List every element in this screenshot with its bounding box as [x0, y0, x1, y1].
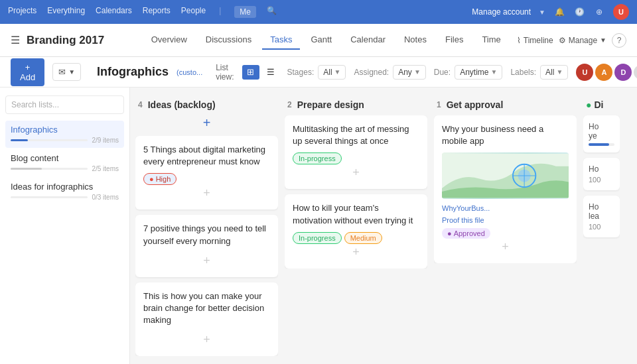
- tab-overview[interactable]: Overview: [143, 30, 195, 50]
- card-title-brain: This is how you can make your brain chan…: [143, 290, 270, 327]
- view-toggle: ⊞ ☰: [242, 65, 279, 80]
- email-button[interactable]: ✉ ▼: [52, 63, 81, 81]
- add-card-ideas-top[interactable]: +: [203, 115, 211, 130]
- list-view-button[interactable]: ☰: [262, 65, 279, 80]
- card-tag-inprogress-1: In-progress: [293, 152, 342, 164]
- customize-link[interactable]: (custo...: [177, 68, 202, 76]
- progress-fill-blog: [11, 168, 42, 170]
- sidebar-list-name-infographics: Infographics: [11, 125, 119, 135]
- user-badge-u[interactable]: U: [576, 64, 593, 81]
- tab-calendar[interactable]: Calendar: [342, 30, 393, 50]
- card-file-name[interactable]: WhyYourBus...: [442, 204, 569, 212]
- nav-projects[interactable]: Projects: [8, 6, 36, 18]
- user-badges: U A D +1: [576, 64, 637, 81]
- card-title-motivation: How to kill your team's motivation witho…: [293, 202, 419, 226]
- partial-status-dot: ●: [586, 99, 591, 110]
- card-title-mobile: Why your business need a mobile app: [442, 123, 569, 147]
- timeline-button[interactable]: ⌇ Timeline: [517, 36, 553, 45]
- progress-bg-ideas: [11, 196, 88, 198]
- sidebar-list-name-ideas: Ideas for infographics: [11, 182, 119, 192]
- add-card-below-2[interactable]: +: [143, 253, 270, 269]
- card-tag-high: ● High: [143, 173, 177, 185]
- assigned-filter[interactable]: Any ▼: [393, 65, 426, 80]
- user-avatar[interactable]: U: [613, 4, 629, 20]
- nav-right: Manage account ▼ 🔔 🕐 ⊕ U: [472, 4, 629, 20]
- grid-view-button[interactable]: ⊞: [242, 65, 259, 80]
- stages-label: Stages:: [287, 68, 315, 77]
- bell-icon[interactable]: 🔔: [553, 6, 565, 18]
- filter-assigned: Assigned: Any ▼: [354, 65, 425, 80]
- nav-reports[interactable]: Reports: [143, 6, 171, 18]
- assigned-value: Any: [398, 68, 412, 77]
- column-count-prepare: 2: [287, 100, 292, 109]
- nav-everything[interactable]: Everything: [47, 6, 85, 18]
- labels-value: All: [545, 68, 554, 77]
- add-card-below-3[interactable]: +: [143, 332, 270, 348]
- card-file-link[interactable]: Proof this file: [442, 216, 569, 224]
- partial-card-1[interactable]: Hoye: [583, 115, 620, 152]
- search-lists-input[interactable]: Search lists...: [5, 95, 124, 114]
- column-title-approval: Get approval: [447, 99, 574, 110]
- add-card-approval-1[interactable]: +: [442, 239, 569, 255]
- tab-files[interactable]: Files: [437, 30, 471, 50]
- tab-notes[interactable]: Notes: [396, 30, 435, 50]
- partial-card-3[interactable]: Holea 100: [583, 196, 620, 237]
- card-mobile-app[interactable]: Why your business need a mobile app: [434, 115, 577, 263]
- sidebar-list-name-blog: Blog content: [11, 153, 119, 163]
- hamburger-menu[interactable]: ☰: [11, 34, 20, 46]
- sidebar: Search lists... Infographics 2/9 items B…: [0, 88, 130, 364]
- caret-down-icon: ▼: [539, 9, 545, 16]
- add-card-below-1[interactable]: +: [143, 185, 270, 202]
- add-button[interactable]: + Add: [11, 58, 44, 86]
- labels-label: Labels:: [510, 68, 536, 77]
- manage-account-link[interactable]: Manage account: [472, 7, 531, 17]
- card-tag-approved: ● Approved: [442, 228, 490, 239]
- column-prepare-design: 2 Prepare design Multitasking the art of…: [285, 95, 427, 356]
- stages-value: All: [323, 68, 332, 77]
- nav-divider: |: [219, 6, 221, 18]
- partial-card-num-3: 100: [589, 223, 614, 231]
- nav-calendars[interactable]: Calendars: [96, 6, 132, 18]
- progress-text-blog: 2/5 items: [92, 165, 119, 172]
- nav-links: Projects Everything Calendars Reports Pe…: [8, 6, 472, 18]
- due-caret: ▼: [491, 68, 498, 76]
- more-users-badge[interactable]: +1: [634, 65, 637, 80]
- notification-icon[interactable]: ⊕: [593, 6, 605, 18]
- user-badge-d[interactable]: D: [614, 64, 632, 81]
- labels-caret: ▼: [556, 68, 563, 76]
- due-filter[interactable]: Anytime ▼: [455, 65, 502, 80]
- card-brain-change[interactable]: This is how you can make your brain chan…: [135, 282, 278, 356]
- sidebar-item-ideas[interactable]: Ideas for infographics 0/3 items: [5, 178, 124, 205]
- card-digital-marketing[interactable]: 5 Things about digital marketing every e…: [135, 136, 278, 210]
- tab-discussions[interactable]: Discussions: [198, 30, 259, 50]
- progress-bg: [11, 139, 88, 141]
- card-multitasking[interactable]: Multitasking the art of messing up sever…: [285, 115, 427, 189]
- sidebar-item-infographics[interactable]: Infographics 2/9 items: [5, 121, 124, 148]
- labels-filter[interactable]: All ▼: [540, 65, 568, 80]
- card-motivation[interactable]: How to kill your team's motivation witho…: [285, 194, 427, 268]
- stages-caret: ▼: [334, 68, 341, 76]
- tab-gantt[interactable]: Gantt: [303, 30, 340, 50]
- card-image-mobile: [442, 152, 569, 199]
- column-title-prepare: Prepare design: [297, 99, 425, 110]
- user-badge-a[interactable]: A: [595, 64, 612, 81]
- nav-people[interactable]: People: [181, 6, 206, 18]
- me-button[interactable]: Me: [234, 6, 256, 18]
- card-positive-things[interactable]: 7 positive things you need to tell yours…: [135, 215, 278, 276]
- add-card-prepare-1[interactable]: +: [293, 164, 419, 181]
- sidebar-list-progress-infographics: 2/9 items: [11, 137, 119, 144]
- partial-cards: Hoye Ho 100 Holea 100: [583, 115, 620, 237]
- column-cards-approval: Why your business need a mobile app: [434, 115, 577, 263]
- timeline-label: Timeline: [524, 36, 553, 45]
- progress-bg-blog: [11, 168, 88, 170]
- partial-card-2[interactable]: Ho 100: [583, 158, 620, 190]
- tab-time[interactable]: Time: [474, 30, 508, 50]
- manage-button[interactable]: ⚙ Manage ▼: [559, 36, 606, 45]
- clock-icon[interactable]: 🕐: [573, 6, 585, 18]
- sidebar-item-blog-content[interactable]: Blog content 2/5 items: [5, 149, 124, 176]
- help-button[interactable]: ?: [612, 33, 626, 48]
- tab-tasks[interactable]: Tasks: [262, 30, 300, 50]
- stages-filter[interactable]: All ▼: [318, 65, 346, 80]
- add-card-prepare-2[interactable]: +: [293, 244, 419, 261]
- search-icon[interactable]: 🔍: [267, 6, 277, 18]
